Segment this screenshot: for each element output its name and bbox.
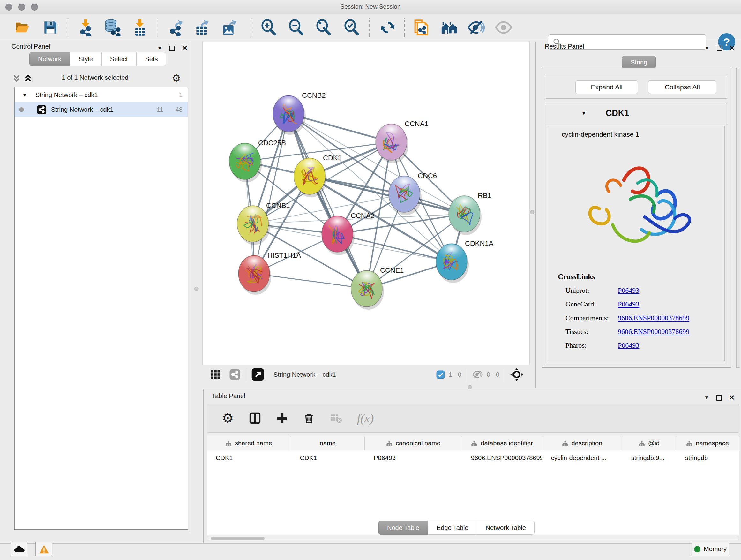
table-cell: stringdb: [676, 450, 739, 465]
network-node-CDC6[interactable]: CDC6: [389, 172, 437, 215]
refresh-icon[interactable]: [378, 18, 397, 37]
cloud-status-button[interactable]: [10, 542, 27, 556]
table-horizontal-scrollbar[interactable]: [207, 536, 739, 541]
left-splitter-handle[interactable]: [194, 287, 199, 291]
zoom-in-icon[interactable]: [259, 18, 278, 37]
table-panel-close-icon[interactable]: ✕: [729, 394, 735, 402]
node-label-CCNB1: CCNB1: [266, 201, 290, 209]
table-options-gear-icon[interactable]: ⚙: [222, 412, 234, 425]
network-edge-CCNB2-HIST1H1A[interactable]: [254, 114, 288, 273]
tab-network[interactable]: Network: [29, 52, 70, 66]
tab-select[interactable]: Select: [102, 52, 137, 66]
export-table-icon[interactable]: [193, 18, 212, 37]
memory-button[interactable]: Memory: [691, 542, 729, 556]
open-session-icon[interactable]: [12, 18, 31, 37]
column-header--id[interactable]: @id: [622, 436, 676, 450]
node-result-expander-icon[interactable]: ▼: [581, 110, 587, 117]
results-panel-float-icon[interactable]: [717, 46, 722, 51]
export-network-icon[interactable]: [166, 18, 186, 37]
network-collection-row[interactable]: ▼ String Network – cdk1 1: [15, 87, 188, 102]
window-zoom-button[interactable]: [31, 3, 38, 10]
node-label-CCNA2: CCNA2: [351, 212, 375, 220]
first-neighbors-icon[interactable]: [440, 18, 459, 37]
tab-sets[interactable]: Sets: [136, 52, 166, 66]
crosslink-compartments-link[interactable]: 9606.ENSP00000378699: [618, 314, 689, 322]
network-canvas[interactable]: CCNB2CCNA1CDC25BCDK1CDC6RB1CCNB1CCNA2CDK…: [202, 42, 530, 365]
zoom-selected-icon[interactable]: [342, 18, 361, 37]
network-node-CCNE1[interactable]: CCNE1: [351, 266, 404, 310]
detach-view-icon[interactable]: [251, 368, 265, 381]
table-panel-collapse-icon[interactable]: ▼: [704, 395, 710, 401]
collection-count: 1: [179, 91, 183, 99]
tab-node-table[interactable]: Node Table: [379, 521, 428, 535]
navbar-separator: [504, 368, 505, 381]
tab-style[interactable]: Style: [70, 52, 101, 66]
toolbar-separator: [68, 18, 68, 37]
network-edge-count: 48: [176, 106, 183, 113]
column-header-name[interactable]: name: [291, 436, 365, 450]
delete-column-icon[interactable]: [303, 412, 315, 424]
column-header-namespace[interactable]: namespace: [676, 436, 739, 450]
column-header-canonical-name[interactable]: canonical name: [365, 436, 462, 450]
import-table-icon[interactable]: [130, 18, 149, 37]
column-header-description[interactable]: description: [542, 436, 622, 450]
column-header-shared-name[interactable]: shared name: [207, 436, 291, 450]
results-scrollbar[interactable]: [736, 68, 740, 368]
zoom-out-icon[interactable]: [286, 18, 306, 37]
import-network-icon[interactable]: [76, 18, 95, 37]
right-splitter-handle[interactable]: [530, 210, 534, 214]
pan-tool-icon[interactable]: [510, 368, 523, 381]
results-panel-close-icon[interactable]: ✕: [729, 44, 735, 52]
tab-edge-table[interactable]: Edge Table: [428, 521, 477, 535]
hide-selected-icon[interactable]: [467, 18, 486, 37]
window-close-button[interactable]: [5, 3, 12, 10]
network-node-CCNA1[interactable]: CCNA1: [376, 120, 428, 163]
column-header-database-identifier[interactable]: database identifier: [462, 436, 542, 450]
network-node-CCNB2[interactable]: CCNB2: [273, 91, 326, 135]
export-image-icon[interactable]: [220, 18, 239, 37]
warnings-button[interactable]: [36, 542, 52, 556]
network-options-gear-icon[interactable]: ⚙: [172, 72, 181, 84]
network-node-CDKN1A[interactable]: CDKN1A: [436, 240, 494, 283]
crosslink-tissues-link[interactable]: 9606.ENSP00000378699: [618, 327, 689, 336]
control-panel-float-icon[interactable]: [170, 46, 175, 51]
import-network-database-icon[interactable]: [103, 18, 122, 37]
collapse-all-networks-icon[interactable]: [23, 73, 32, 83]
selected-checkbox-icon[interactable]: [436, 370, 445, 379]
zoom-fit-icon[interactable]: [314, 18, 333, 37]
control-panel-close-icon[interactable]: ✕: [182, 44, 188, 52]
crosslink-uniprot-link[interactable]: P06493: [618, 287, 639, 295]
expand-all-networks-icon[interactable]: [12, 73, 21, 83]
network-node-HIST1H1A[interactable]: HIST1H1A: [239, 251, 301, 295]
network-share-icon[interactable]: [229, 369, 241, 380]
crosslink-pharos-link[interactable]: P06493: [618, 341, 639, 350]
network-edge-CCNB2-CCNE1[interactable]: [288, 114, 367, 289]
network-node-CCNA2[interactable]: CCNA2: [322, 212, 375, 255]
table-row[interactable]: CDK1CDK1P064939606.ENSP00000378699cyclin…: [207, 450, 739, 465]
network-node-CDC25B[interactable]: CDC25B: [229, 139, 286, 182]
table-panel-float-icon[interactable]: [717, 395, 722, 401]
add-column-icon[interactable]: [276, 412, 288, 424]
window-minimize-button[interactable]: [18, 3, 25, 10]
crosslink-genecard-link[interactable]: P06493: [618, 300, 639, 308]
birds-eye-grid-icon[interactable]: [210, 369, 221, 380]
tab-string[interactable]: String: [622, 56, 656, 69]
results-panel: Results Panel ▼ ✕ String Expand All Coll…: [536, 42, 741, 388]
tab-network-table[interactable]: Network Table: [477, 521, 535, 535]
network-row-selected[interactable]: String Network – cdk1 11 48: [15, 102, 188, 117]
save-session-icon[interactable]: [41, 18, 60, 37]
network-selector-status: 1 of 1 Network selected: [41, 74, 149, 81]
control-panel-title: Control Panel: [11, 43, 50, 50]
show-all-icon[interactable]: [494, 18, 513, 37]
node-label-CCNE1: CCNE1: [380, 266, 404, 274]
control-panel-collapse-icon[interactable]: ▼: [157, 45, 162, 51]
collapse-all-button[interactable]: Collapse All: [648, 80, 717, 94]
node-result-header[interactable]: ▼ CDK1: [546, 104, 727, 123]
results-panel-collapse-icon[interactable]: ▼: [704, 45, 710, 51]
expand-all-button[interactable]: Expand All: [576, 80, 638, 94]
navbar-separator: [467, 368, 467, 381]
collection-expander-icon[interactable]: ▼: [22, 92, 27, 98]
network-node-RB1[interactable]: RB1: [449, 192, 491, 235]
new-network-from-selection-icon[interactable]: [412, 18, 431, 37]
show-columns-icon[interactable]: [249, 412, 261, 425]
